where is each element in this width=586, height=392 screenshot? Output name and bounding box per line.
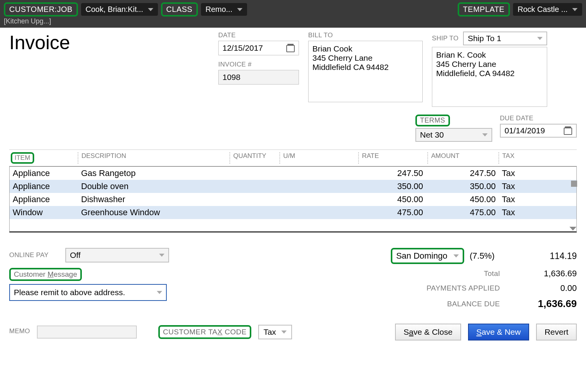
cell-quantity[interactable] [230,181,280,191]
col-tax: TAX [498,152,525,164]
memo-input[interactable] [37,326,137,339]
class-dropdown[interactable]: Remo... [201,3,247,16]
top-bar: CUSTOMER:JOB Cook, Brian:Kit... CLASS Re… [0,0,586,17]
invoice-number-value: 1098 [222,73,241,82]
col-item: ITEM [11,152,34,164]
cell-um[interactable] [280,208,359,218]
customer-message-dropdown[interactable]: Please remit to above address. [9,284,167,301]
customer-job-label: CUSTOMER:JOB [4,2,78,17]
template-label: TEMPLATE [458,2,510,17]
table-row[interactable]: Appliance Gas Rangetop 247.50 247.50 Tax [10,167,576,180]
cell-tax[interactable]: Tax [499,181,526,191]
cell-amount[interactable]: 247.50 [428,168,499,178]
revert-button[interactable]: Revert [536,324,577,341]
customer-tax-code-label: CUSTOMER TAX CODE [158,325,251,339]
date-label: DATE [218,32,299,39]
template-value: Rock Castle ... [518,5,568,14]
cell-um[interactable] [280,181,359,191]
balance-label: BALANCE DUE [447,300,500,308]
date-input[interactable]: 12/15/2017 [218,41,299,55]
cell-amount[interactable]: 450.00 [428,194,499,204]
cell-item[interactable]: Appliance [10,194,78,204]
cell-description[interactable]: Dishwasher [78,194,230,204]
ship-to-dropdown[interactable]: Ship To 1 [463,32,547,45]
table-row[interactable]: Window Greenhouse Window 475.00 475.00 T… [10,206,576,219]
tax-item-value: San Domingo [396,251,447,261]
customer-job-dropdown[interactable]: Cook, Brian:Kit... [81,3,158,16]
cell-description[interactable]: Double oven [78,181,230,191]
due-date-input[interactable]: 01/14/2019 [500,124,577,138]
cell-rate[interactable]: 247.50 [359,168,428,178]
cell-description[interactable]: Greenhouse Window [78,208,230,218]
invoice-number-input[interactable]: 1098 [218,70,299,85]
due-date-label: DUE DATE [500,115,577,122]
tax-amount: 114.19 [500,251,577,261]
col-rate: RATE [358,152,427,164]
save-new-button[interactable]: Save & New [468,324,530,341]
save-close-button[interactable]: Save & Close [395,324,461,341]
class-value: Remo... [206,5,232,14]
cell-amount[interactable]: 350.00 [428,181,499,191]
bill-to-textarea[interactable]: Brian Cook 345 Cherry Lane Middlefield C… [308,41,423,102]
due-date-value: 01/14/2019 [505,126,545,135]
customer-job-subtext: [Kitchen Upg...] [0,17,586,28]
scroll-down-icon[interactable] [569,227,576,231]
cell-tax[interactable]: Tax [499,208,526,218]
class-label: CLASS [161,2,198,17]
total-value: 1,636.69 [515,269,577,279]
terms-dropdown[interactable]: Net 30 [415,128,492,142]
scrollbar-thumb[interactable] [571,181,577,187]
cell-rate[interactable]: 350.00 [359,181,428,191]
cell-item[interactable]: Appliance [10,181,78,191]
payments-label: PAYMENTS APPLIED [427,284,500,292]
date-value: 12/15/2017 [222,43,263,53]
payments-value: 0.00 [515,283,577,293]
chevron-down-icon [159,254,164,257]
cell-um[interactable] [280,168,359,178]
tax-item-dropdown[interactable]: San Domingo [391,248,464,264]
cell-quantity[interactable] [230,208,280,218]
customer-tax-code-value: Tax [264,327,276,337]
chevron-down-icon [157,291,162,294]
customer-tax-code-dropdown[interactable]: Tax [258,325,292,339]
table-row-empty[interactable] [10,219,576,231]
page-title: Invoice [9,32,209,107]
total-label: Total [484,269,500,278]
table-row[interactable]: Appliance Dishwasher 450.00 450.00 Tax [10,193,576,206]
cell-item[interactable]: Appliance [10,168,78,178]
col-amount: AMOUNT [427,152,498,164]
cell-rate[interactable]: 450.00 [359,194,428,204]
cell-tax[interactable]: Tax [499,194,526,204]
cell-quantity[interactable] [230,168,280,178]
online-pay-label: ONLINE PAY [9,251,59,259]
chevron-down-icon [572,8,578,11]
chevron-down-icon [453,254,459,257]
cell-item[interactable]: Window [10,208,78,218]
col-um: U/M [279,152,358,164]
ship-to-label: SHIP TO [432,35,458,42]
ship-to-selected: Ship To 1 [468,34,501,43]
calendar-icon[interactable] [564,126,572,135]
cell-amount[interactable]: 475.00 [428,208,499,218]
cell-tax[interactable]: Tax [499,168,526,178]
cell-description[interactable]: Gas Rangetop [78,168,230,178]
customer-message-label: Customer Message [9,268,82,281]
chevron-down-icon [148,8,153,11]
terms-value: Net 30 [420,130,444,140]
line-items-table: ITEM DESCRIPTION QUANTITY U/M RATE AMOUN… [9,149,577,233]
online-pay-dropdown[interactable]: Off [65,248,169,262]
table-row[interactable]: Appliance Double oven 350.00 350.00 Tax [10,180,576,193]
calendar-icon[interactable] [286,44,295,52]
chevron-down-icon [237,8,242,11]
cell-rate[interactable]: 475.00 [359,208,428,218]
cell-um[interactable] [280,194,359,204]
balance-value: 1,636.69 [515,298,577,310]
ship-to-textarea[interactable]: Brian K. Cook 345 Cherry Lane Middlefiel… [432,47,547,107]
cell-quantity[interactable] [230,194,280,204]
template-dropdown[interactable]: Rock Castle ... [513,3,582,16]
chevron-down-icon [482,133,488,136]
memo-label: MEMO [9,327,30,335]
customer-job-value: Cook, Brian:Kit... [86,5,143,14]
online-pay-value: Off [70,251,81,260]
bill-to-label: BILL TO [308,32,423,39]
